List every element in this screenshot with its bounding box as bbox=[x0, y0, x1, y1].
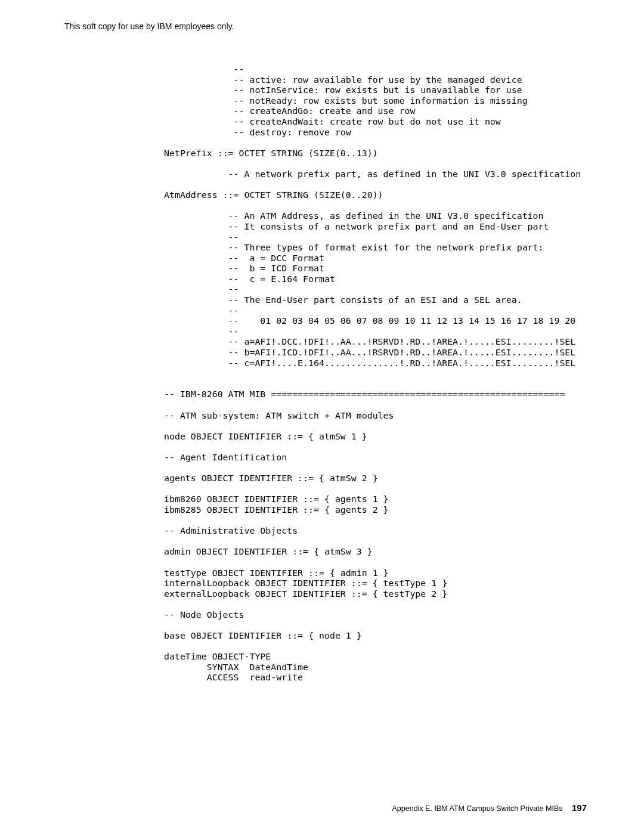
page-footer: Appendix E. IBM ATM Campus Switch Privat… bbox=[392, 803, 587, 813]
code-line: -- ATM sub-system: ATM switch + ATM modu… bbox=[164, 410, 394, 421]
code-line: -- notInService: row exists but is unava… bbox=[164, 85, 522, 95]
code-line: -- bbox=[164, 284, 239, 295]
code-line: ibm8285 OBJECT IDENTIFIER ::= { agents 2… bbox=[164, 504, 389, 515]
code-line: -- IBM-8260 ATM MIB ====================… bbox=[164, 389, 565, 400]
code-line: -- c = E.164 Format bbox=[164, 274, 335, 284]
code-line: -- bbox=[164, 64, 244, 75]
code-line: -- Agent Identification bbox=[164, 452, 287, 463]
code-line: -- A network prefix part, as defined in … bbox=[164, 169, 581, 179]
code-line: AtmAddress ::= OCTET STRING (SIZE(0..20)… bbox=[164, 190, 383, 200]
code-line: -- b=AFI!.ICD.!DFI!..AA...!RSRVD!.RD..!A… bbox=[164, 347, 575, 358]
code-line: node OBJECT IDENTIFIER ::= { atmSw 1 } bbox=[164, 431, 367, 442]
code-line: externalLoopback OBJECT IDENTIFIER ::= {… bbox=[164, 589, 447, 599]
code-line: -- Three types of format exist for the n… bbox=[164, 242, 544, 253]
code-line: -- It consists of a network prefix part … bbox=[164, 221, 549, 232]
code-line: -- active: row available for use by the … bbox=[164, 75, 522, 85]
code-line: -- destroy: remove row bbox=[164, 127, 351, 138]
code-block: -- -- active: row available for use by t… bbox=[164, 64, 581, 683]
code-line: NetPrefix ::= OCTET STRING (SIZE(0..13)) bbox=[164, 148, 378, 159]
code-line: -- An ATM Address, as defined in the UNI… bbox=[164, 210, 544, 221]
code-line: -- Administrative Objects bbox=[164, 525, 298, 536]
code-line: agents OBJECT IDENTIFIER ::= { atmSw 2 } bbox=[164, 473, 378, 484]
code-line: admin OBJECT IDENTIFIER ::= { atmSw 3 } bbox=[164, 546, 373, 557]
code-line: ACCESS read-write bbox=[164, 672, 303, 683]
code-line: -- c=AFI!....E.164..............!.RD..!A… bbox=[164, 358, 575, 368]
code-line: ibm8260 OBJECT IDENTIFIER ::= { agents 1… bbox=[164, 494, 389, 504]
code-line: dateTime OBJECT-TYPE bbox=[164, 651, 271, 662]
page-number: 197 bbox=[565, 803, 587, 813]
code-line: -- createAndWait: create row but do not … bbox=[164, 116, 501, 127]
code-line: -- notReady: row exists but some informa… bbox=[164, 95, 528, 106]
code-line: -- bbox=[164, 326, 239, 337]
code-line: base OBJECT IDENTIFIER ::= { node 1 } bbox=[164, 630, 362, 641]
header-note: This soft copy for use by IBM employees … bbox=[64, 21, 234, 31]
code-line: -- a = DCC Format bbox=[164, 253, 324, 264]
code-line: -- Node Objects bbox=[164, 609, 244, 620]
footer-section: Appendix E. IBM ATM Campus Switch Privat… bbox=[392, 804, 563, 813]
code-line: -- 01 02 03 04 05 06 07 08 09 10 11 12 1… bbox=[164, 315, 575, 326]
code-line: -- a=AFI!.DCC.!DFI!..AA...!RSRVD!.RD..!A… bbox=[164, 336, 575, 347]
code-line: internalLoopback OBJECT IDENTIFIER ::= {… bbox=[164, 578, 447, 589]
code-line: -- bbox=[164, 305, 239, 316]
code-line: -- createAndGo: create and use row bbox=[164, 106, 415, 116]
code-line: -- The End-User part consists of an ESI … bbox=[164, 295, 522, 305]
code-line: testType OBJECT IDENTIFIER ::= { admin 1… bbox=[164, 568, 389, 578]
code-line: -- b = ICD Format bbox=[164, 263, 324, 274]
code-line: -- bbox=[164, 232, 239, 243]
code-line: SYNTAX DateAndTime bbox=[164, 662, 308, 673]
